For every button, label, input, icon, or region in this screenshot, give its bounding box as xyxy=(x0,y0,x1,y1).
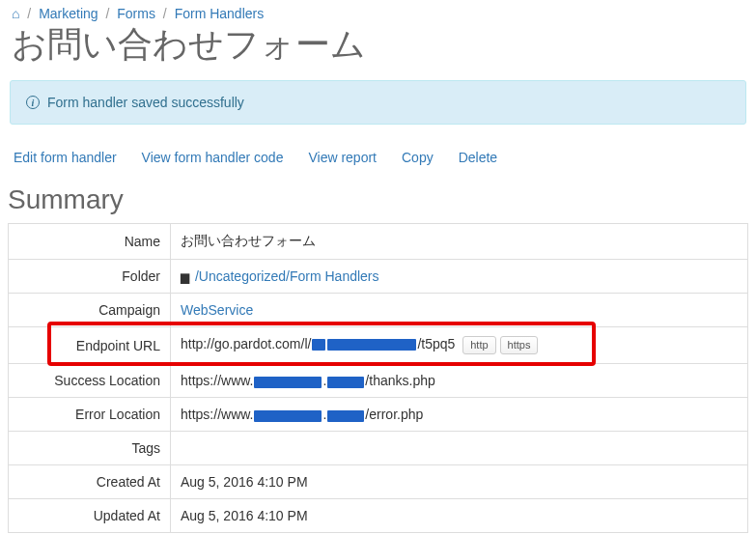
table-row: Endpoint URL http://go.pardot.com/l//t5p… xyxy=(9,327,748,364)
table-row: Updated At Aug 5, 2016 4:10 PM xyxy=(9,499,748,533)
tags-value xyxy=(171,432,748,465)
breadcrumb-form-handlers[interactable]: Form Handlers xyxy=(175,6,265,21)
success-location-label: Success Location xyxy=(9,364,171,398)
folder-value: ▆ /Uncategorized/Form Handlers xyxy=(171,260,748,294)
alert-message: Form handler saved successfully xyxy=(47,95,244,110)
breadcrumb: ⌂ / Marketing / Forms / Form Handlers xyxy=(0,0,756,23)
edit-form-handler-link[interactable]: Edit form handler xyxy=(14,150,117,165)
https-button[interactable]: https xyxy=(500,336,539,354)
copy-link[interactable]: Copy xyxy=(402,150,434,165)
name-value: お問い合わせフォーム xyxy=(171,224,748,260)
error-location-value: https://www../error.php xyxy=(171,398,748,432)
campaign-label: Campaign xyxy=(9,294,171,327)
error-location-label: Error Location xyxy=(9,398,171,432)
breadcrumb-sep: / xyxy=(23,6,35,21)
folder-icon: ▆ xyxy=(181,270,189,284)
alert-success: i Form handler saved successfully xyxy=(10,80,746,125)
redacted-segment xyxy=(254,377,322,388)
view-report-link[interactable]: View report xyxy=(308,150,377,165)
updated-at-value: Aug 5, 2016 4:10 PM xyxy=(171,499,748,533)
campaign-link[interactable]: WebService xyxy=(181,302,253,318)
redacted-segment xyxy=(327,377,364,388)
view-code-link[interactable]: View form handler code xyxy=(142,150,284,165)
table-row: Campaign WebService xyxy=(9,294,748,327)
page-title: お問い合わせフォーム xyxy=(0,23,756,80)
endpoint-url-text: http://go.pardot.com/l//t5pq5 xyxy=(181,336,455,351)
campaign-value: WebService xyxy=(171,294,748,327)
name-label: Name xyxy=(9,224,171,260)
breadcrumb-sep: / xyxy=(102,6,114,21)
endpoint-label: Endpoint URL xyxy=(9,327,171,364)
tags-label: Tags xyxy=(9,432,171,465)
table-row: Created At Aug 5, 2016 4:10 PM xyxy=(9,465,748,499)
breadcrumb-forms[interactable]: Forms xyxy=(117,6,155,21)
redacted-segment xyxy=(327,410,364,422)
summary-table: Name お問い合わせフォーム Folder ▆ /Uncategorized/… xyxy=(8,223,748,533)
updated-at-label: Updated At xyxy=(9,499,171,533)
folder-label: Folder xyxy=(9,260,171,294)
delete-link[interactable]: Delete xyxy=(459,150,497,165)
endpoint-value: http://go.pardot.com/l//t5pq5 httphttps xyxy=(171,327,748,364)
info-icon: i xyxy=(26,96,40,109)
action-bar: Edit form handler View form handler code… xyxy=(0,140,756,184)
created-at-value: Aug 5, 2016 4:10 PM xyxy=(171,465,748,499)
summary-heading: Summary xyxy=(0,184,756,223)
breadcrumb-sep: / xyxy=(159,6,171,21)
table-row: Tags xyxy=(9,432,748,465)
folder-link[interactable]: /Uncategorized/Form Handlers xyxy=(195,268,379,284)
redacted-segment xyxy=(312,339,325,351)
table-row: Success Location https://www../thanks.ph… xyxy=(9,364,748,398)
breadcrumb-home[interactable]: ⌂ xyxy=(12,6,19,21)
http-button[interactable]: http xyxy=(462,336,495,354)
table-row: Folder ▆ /Uncategorized/Form Handlers xyxy=(9,260,748,294)
redacted-segment xyxy=(254,410,322,422)
breadcrumb-marketing[interactable]: Marketing xyxy=(39,6,98,21)
created-at-label: Created At xyxy=(9,465,171,499)
table-row: Name お問い合わせフォーム xyxy=(9,224,748,260)
success-location-value: https://www../thanks.php xyxy=(171,364,748,398)
table-row: Error Location https://www../error.php xyxy=(9,398,748,432)
redacted-segment xyxy=(327,339,416,351)
home-icon: ⌂ xyxy=(12,6,19,21)
